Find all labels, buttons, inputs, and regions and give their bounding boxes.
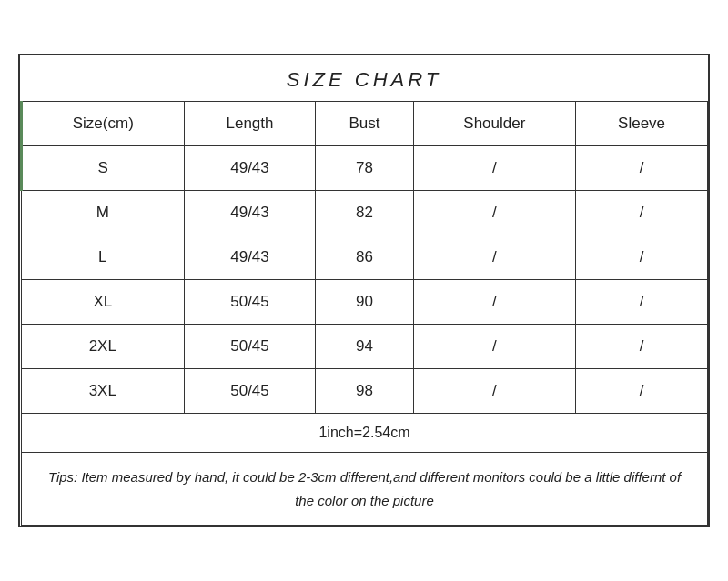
col-shoulder: Shoulder (413, 102, 576, 146)
chart-title: SIZE CHART (20, 55, 708, 101)
col-length: Length (184, 102, 316, 146)
size-table: Size(cm) Length Bust Shoulder Sleeve S49… (20, 101, 708, 526)
table-row: 2XL50/4594// (22, 325, 708, 369)
cell-sleeve: / (576, 280, 708, 325)
tips-row: Tips: Item measured by hand, it could be… (22, 453, 708, 526)
cell-shoulder: / (413, 235, 576, 280)
cell-bust: 98 (316, 369, 413, 414)
cell-sleeve: / (576, 325, 708, 369)
cell-sleeve: / (576, 235, 708, 280)
cell-size: 2XL (22, 325, 185, 369)
cell-length: 49/43 (184, 235, 316, 280)
tips-text: Tips: Item measured by hand, it could be… (22, 453, 708, 526)
cell-length: 50/45 (184, 280, 316, 325)
cell-size: 3XL (22, 369, 185, 414)
cell-shoulder: / (413, 146, 576, 191)
cell-bust: 90 (316, 280, 413, 325)
cell-length: 50/45 (184, 369, 316, 414)
col-size: Size(cm) (22, 102, 185, 146)
cell-size: XL (22, 280, 185, 325)
col-sleeve: Sleeve (576, 102, 708, 146)
table-row: 3XL50/4598// (22, 369, 708, 414)
cell-length: 49/43 (184, 146, 316, 191)
table-row: L49/4386// (22, 235, 708, 280)
cell-sleeve: / (576, 146, 708, 191)
cell-length: 50/45 (184, 325, 316, 369)
cell-sleeve: / (576, 191, 708, 235)
table-row: M49/4382// (22, 191, 708, 235)
cell-sleeve: / (576, 369, 708, 414)
table-row: S49/4378// (22, 146, 708, 191)
cell-bust: 94 (316, 325, 413, 369)
cell-length: 49/43 (184, 191, 316, 235)
cell-bust: 86 (316, 235, 413, 280)
cell-shoulder: / (413, 369, 576, 414)
cell-bust: 82 (316, 191, 413, 235)
size-chart: SIZE CHART Size(cm) Length Bust Shoulder… (18, 54, 710, 527)
cell-size: L (22, 235, 185, 280)
cell-shoulder: / (413, 325, 576, 369)
conversion-text: 1inch=2.54cm (22, 414, 708, 453)
col-bust: Bust (316, 102, 413, 146)
cell-bust: 78 (316, 146, 413, 191)
table-row: XL50/4590// (22, 280, 708, 325)
cell-shoulder: / (413, 280, 576, 325)
conversion-row: 1inch=2.54cm (22, 414, 708, 453)
cell-size: S (22, 146, 185, 191)
cell-size: M (22, 191, 185, 235)
cell-shoulder: / (413, 191, 576, 235)
table-header-row: Size(cm) Length Bust Shoulder Sleeve (22, 102, 708, 146)
